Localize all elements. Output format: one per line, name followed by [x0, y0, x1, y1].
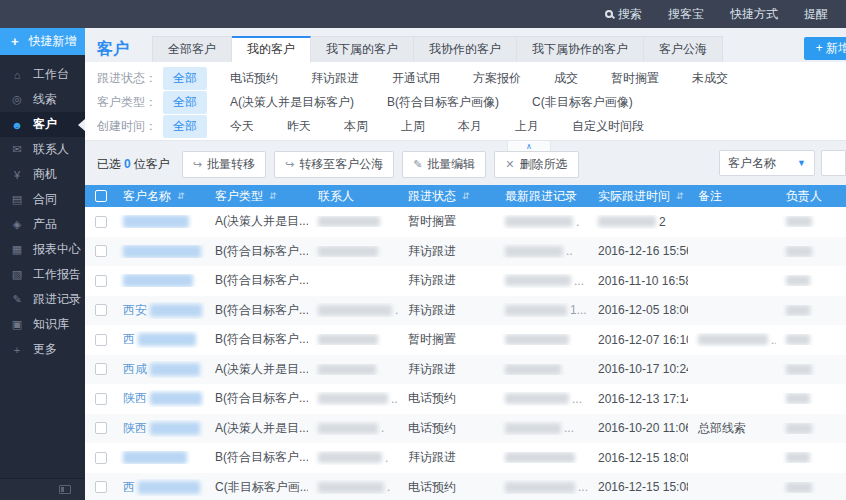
tab-1[interactable]: 全部客户: [152, 36, 232, 63]
row-checkbox[interactable]: [95, 363, 107, 375]
filter-option[interactable]: 未成交: [682, 67, 738, 90]
customer-name-cell[interactable]: [113, 274, 205, 287]
owner-cell: [776, 364, 846, 375]
customer-name-cell[interactable]: 陕西: [113, 420, 205, 437]
redacted-text: [318, 216, 380, 227]
filter-option[interactable]: 本周: [334, 115, 378, 138]
column-header-follow-status[interactable]: 跟进状态⇵: [398, 185, 495, 207]
filter-option[interactable]: 上周: [391, 115, 435, 138]
follow-time-cell: 2016-12-15 18:08: [588, 451, 688, 465]
redacted-text: [505, 452, 575, 463]
column-header-customer-name[interactable]: 客户名称⇵: [113, 185, 205, 207]
customer-name-cell[interactable]: 西: [113, 479, 205, 496]
sidebar-item-contracts[interactable]: ▤合同: [0, 187, 85, 212]
row-checkbox[interactable]: [95, 245, 107, 257]
latest-record-cell: ...: [495, 274, 588, 288]
sort-icon[interactable]: ⇵: [676, 191, 684, 201]
sort-icon[interactable]: ⇵: [177, 191, 185, 201]
topbar-item-shortcuts[interactable]: 快捷方式: [730, 6, 778, 23]
row-checkbox[interactable]: [95, 304, 107, 316]
customer-name-cell[interactable]: 西: [113, 331, 205, 348]
sidebar-item-follow-up-records[interactable]: ✎跟进记录: [0, 287, 85, 312]
follow-status-cell: 电话预约: [398, 420, 495, 437]
quick-add-button[interactable]: + 快捷新增: [0, 28, 85, 55]
customer-name-cell[interactable]: [113, 245, 205, 258]
topbar-item-soukebao[interactable]: 搜客宝: [668, 6, 704, 23]
follow-status-cell: 拜访跟进: [398, 449, 495, 466]
sort-icon[interactable]: ⇵: [269, 191, 277, 201]
delete-icon: ✕: [505, 159, 514, 170]
search-field-select[interactable]: 客户名称 ▼: [719, 150, 815, 176]
redacted-text: [318, 305, 392, 316]
sidebar-item-work-reports[interactable]: ▧工作报告: [0, 262, 85, 287]
redacted-text: [318, 423, 378, 434]
transfer-icon: ↪: [193, 159, 202, 170]
row-checkbox[interactable]: [95, 481, 107, 493]
tab-6[interactable]: 客户公海: [644, 36, 723, 63]
transfer-to-pool-button[interactable]: ↪转移至客户公海: [274, 151, 394, 178]
column-header-customer-type[interactable]: 客户类型⇵: [205, 185, 308, 207]
owner-cell: [776, 482, 846, 493]
follow-time-cell: 2016-12-05 18:06: [588, 303, 688, 317]
row-checkbox[interactable]: [95, 452, 107, 464]
new-customer-button[interactable]: + 新增: [804, 37, 846, 60]
filter-option[interactable]: 全部: [163, 115, 207, 138]
sidebar-item-products[interactable]: ◈产品: [0, 212, 85, 237]
filter-option[interactable]: 拜访跟进: [301, 67, 369, 90]
owner-cell: [776, 334, 846, 345]
tab-4[interactable]: 我协作的客户: [414, 36, 517, 63]
batch-edit-button[interactable]: ✎批量编辑: [402, 151, 486, 178]
filter-option[interactable]: 自定义时间段: [562, 115, 654, 138]
filter-option[interactable]: 全部: [163, 67, 207, 90]
filter-option[interactable]: 电话预约: [220, 67, 288, 90]
filter-option[interactable]: 今天: [220, 115, 264, 138]
sidebar-item-report-center[interactable]: ▦报表中心: [0, 237, 85, 262]
topbar-item-reminder[interactable]: 提醒: [804, 6, 828, 23]
contact-suffix: ..: [391, 392, 398, 406]
column-header-actual-follow-time[interactable]: 实际跟进时间⇵: [588, 185, 688, 207]
customer-name-cell[interactable]: 西咸: [113, 361, 205, 378]
topbar-item-search[interactable]: 搜索: [605, 6, 642, 23]
sidebar-item-contacts[interactable]: ✉联系人: [0, 137, 85, 162]
filter-option[interactable]: 方案报价: [463, 67, 531, 90]
sidebar-menu: ⌂工作台◎线索☻客户✉联系人¥商机▤合同◈产品▦报表中心▧工作报告✎跟进记录▣知…: [0, 62, 85, 362]
tab-2[interactable]: 我的客户: [232, 36, 311, 63]
filter-option[interactable]: C(非目标客户画像): [522, 91, 643, 114]
filter-option[interactable]: 暂时搁置: [601, 67, 669, 90]
customer-name-cell[interactable]: 西安: [113, 302, 205, 319]
customer-name-cell[interactable]: [113, 451, 205, 464]
row-checkbox[interactable]: [95, 334, 107, 346]
filter-option[interactable]: 全部: [163, 91, 207, 114]
filter-option[interactable]: A(决策人并是目标客户): [220, 91, 364, 114]
column-label: 联系人: [318, 188, 354, 205]
row-checkbox[interactable]: [95, 422, 107, 434]
delete-selected-button[interactable]: ✕删除所选: [494, 151, 578, 178]
filter-option[interactable]: 成交: [544, 67, 588, 90]
batch-transfer-button[interactable]: ↪批量转移: [182, 151, 266, 178]
sidebar-item-customers[interactable]: ☻客户: [0, 112, 85, 137]
customer-name-cell[interactable]: [113, 215, 205, 228]
sidebar-item-workbench[interactable]: ⌂工作台: [0, 62, 85, 87]
sort-icon[interactable]: ⇵: [462, 191, 470, 201]
filter-option[interactable]: B(符合目标客户画像): [377, 91, 509, 114]
sidebar-item-leads[interactable]: ◎线索: [0, 87, 85, 112]
filter-option[interactable]: 本月: [448, 115, 492, 138]
collapse-sidebar-icon[interactable]: [59, 485, 71, 494]
row-checkbox[interactable]: [95, 275, 107, 287]
filter-option[interactable]: 上月: [505, 115, 549, 138]
row-checkbox[interactable]: [95, 393, 107, 405]
filter-option[interactable]: 开通试用: [382, 67, 450, 90]
tab-3[interactable]: 我下属的客户: [311, 36, 414, 63]
search-input[interactable]: [821, 150, 846, 176]
tab-5[interactable]: 我下属协作的客户: [517, 36, 644, 63]
sidebar-item-more[interactable]: +更多: [0, 337, 85, 362]
sidebar-item-opportunities[interactable]: ¥商机: [0, 162, 85, 187]
column-header-checkbox[interactable]: [85, 185, 113, 207]
checkbox-cell: [85, 363, 113, 375]
latest-record-cell: [495, 334, 588, 345]
filter-option[interactable]: 昨天: [277, 115, 321, 138]
sidebar-item-knowledge-base[interactable]: ▣知识库: [0, 312, 85, 337]
select-all-checkbox[interactable]: [95, 190, 107, 202]
customer-name-cell[interactable]: 陕西: [113, 390, 205, 407]
row-checkbox[interactable]: [95, 216, 107, 228]
